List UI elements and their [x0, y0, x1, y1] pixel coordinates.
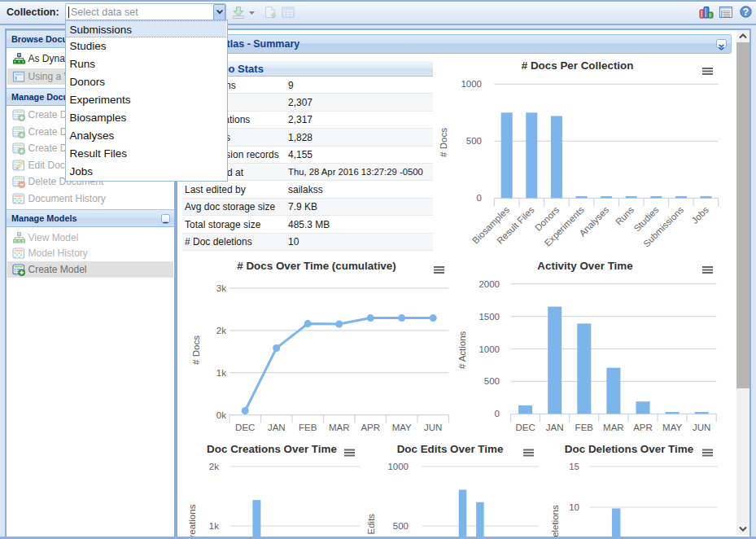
svg-text:1k: 1k — [216, 368, 226, 378]
svg-text:Doc Edits Over Time: Doc Edits Over Time — [397, 443, 504, 455]
svg-text:0: 0 — [477, 193, 482, 203]
svg-text:2k: 2k — [209, 462, 219, 471]
svg-text:FEB: FEB — [299, 423, 317, 432]
svg-text:JUN: JUN — [693, 423, 710, 432]
svg-text:1000: 1000 — [479, 344, 500, 354]
svg-text:1000: 1000 — [461, 79, 482, 89]
svg-text:MAY: MAY — [662, 423, 682, 432]
svg-text:FEB: FEB — [575, 423, 594, 432]
svg-text:10: 10 — [569, 502, 579, 512]
svg-text:2000: 2000 — [479, 279, 500, 289]
svg-text:0: 0 — [495, 409, 500, 418]
svg-text:15: 15 — [569, 462, 579, 471]
svg-text:Runs: Runs — [614, 204, 636, 227]
svg-text:Activity Over Time: Activity Over Time — [537, 260, 632, 272]
svg-text:3k: 3k — [216, 283, 226, 293]
svg-text:# Docs: # Docs — [191, 335, 201, 365]
svg-text:# Actions: # Actions — [457, 331, 467, 369]
svg-text:JUN: JUN — [424, 423, 442, 432]
svg-text:500: 500 — [393, 521, 409, 531]
svg-text:Doc Deletions Over Time: Doc Deletions Over Time — [565, 443, 693, 455]
svg-text:Jobs: Jobs — [689, 204, 710, 226]
svg-text:0k: 0k — [216, 410, 226, 420]
svg-text:Doc Creations Over Time: Doc Creations Over Time — [207, 443, 337, 455]
svg-text:500: 500 — [466, 136, 482, 146]
svg-text:# Deletions: # Deletions — [550, 505, 560, 537]
svg-text:# Edits: # Edits — [366, 514, 376, 537]
svg-text:# Docs Per Collection: # Docs Per Collection — [522, 59, 634, 72]
svg-text:500: 500 — [484, 376, 500, 386]
svg-text:?: ? — [743, 7, 749, 18]
svg-text:# Docs: # Docs — [439, 128, 448, 157]
svg-text:1k: 1k — [209, 521, 219, 531]
svg-text:MAY: MAY — [392, 423, 412, 432]
svg-text:1500: 1500 — [479, 312, 500, 322]
svg-text:JAN: JAN — [268, 423, 286, 432]
svg-text:DEC: DEC — [515, 423, 535, 432]
svg-text:# Creations: # Creations — [187, 504, 197, 537]
svg-text:# Docs Over Time (cumulative): # Docs Over Time (cumulative) — [237, 260, 395, 272]
svg-text:MAR: MAR — [603, 423, 624, 432]
svg-text:JAN: JAN — [546, 423, 564, 432]
svg-text:APR: APR — [361, 423, 380, 432]
svg-text:APR: APR — [633, 423, 653, 432]
svg-text:DEC: DEC — [235, 423, 255, 432]
svg-text:1000: 1000 — [387, 462, 409, 471]
svg-text:2k: 2k — [216, 326, 226, 335]
svg-text:MAR: MAR — [329, 423, 350, 432]
